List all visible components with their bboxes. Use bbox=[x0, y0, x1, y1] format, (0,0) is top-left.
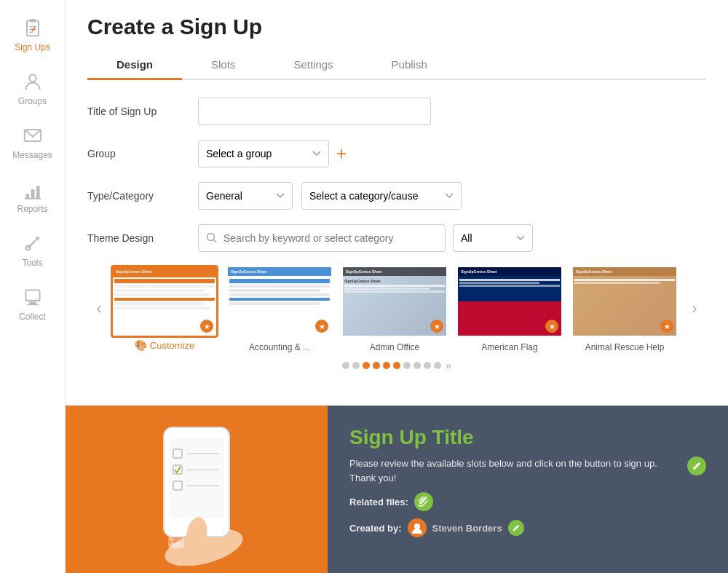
theme-row: Theme Design All bbox=[87, 224, 706, 371]
svg-rect-7 bbox=[25, 194, 29, 198]
carousel-dot-3[interactable] bbox=[363, 362, 370, 369]
sidebar-label-groups: Groups bbox=[18, 96, 47, 106]
theme-item-5[interactable]: SignUpGenius Sheet ★ bbox=[571, 265, 678, 352]
carousel-dots: » bbox=[87, 360, 706, 371]
carousel-dot-9[interactable] bbox=[424, 362, 431, 369]
creator-edit-button[interactable] bbox=[508, 520, 524, 536]
theme-item-4[interactable]: SignUpGenius Sheet ★ bbox=[456, 265, 563, 352]
messages-icon bbox=[21, 124, 44, 147]
creator-avatar bbox=[408, 518, 427, 537]
tab-slots[interactable]: Slots bbox=[182, 51, 264, 80]
theme-name-3: Admin Office bbox=[370, 342, 419, 352]
theme-filter-select[interactable]: All bbox=[453, 224, 533, 252]
customize-link[interactable]: 🎨 Customize bbox=[135, 339, 194, 351]
attach-button[interactable] bbox=[414, 492, 433, 511]
preview-desc: Please review the available slots below … bbox=[349, 457, 706, 485]
carousel-dot-6[interactable] bbox=[393, 362, 400, 369]
tabs-bar: Design Slots Settings Publish bbox=[87, 51, 706, 80]
customize-icon: 🎨 bbox=[135, 339, 147, 351]
group-label: Group bbox=[87, 148, 189, 159]
carousel-dot-8[interactable] bbox=[414, 362, 421, 369]
sidebar-label-tools: Tools bbox=[22, 258, 42, 268]
svg-point-31 bbox=[170, 538, 173, 541]
sidebar-label-signups: Sign Ups bbox=[15, 42, 50, 52]
svg-rect-21 bbox=[169, 438, 224, 518]
preview-illustration bbox=[66, 406, 328, 573]
theme-name-5: Animal Rescue Help bbox=[585, 342, 665, 352]
avatar-icon bbox=[410, 521, 424, 535]
pencil-icon bbox=[692, 461, 702, 471]
title-input[interactable] bbox=[198, 98, 431, 125]
sidebar-item-collect[interactable]: Collect bbox=[0, 277, 65, 331]
svg-rect-13 bbox=[25, 290, 39, 300]
carousel-dot-10[interactable] bbox=[434, 362, 441, 369]
svg-rect-9 bbox=[36, 186, 39, 199]
sidebar-label-collect: Collect bbox=[19, 312, 46, 322]
type-select[interactable]: General bbox=[198, 182, 293, 210]
carousel-dot-4[interactable] bbox=[373, 362, 380, 369]
preview-edit-button[interactable] bbox=[687, 457, 706, 475]
carousel-dot-2[interactable] bbox=[352, 362, 360, 369]
carousel-dot-1[interactable] bbox=[342, 362, 349, 369]
svg-point-5 bbox=[29, 74, 36, 82]
tools-icon bbox=[21, 232, 44, 255]
reports-icon bbox=[21, 178, 44, 201]
theme-item-3[interactable]: SignUpGenius Sheet SignUpGenius Sheet bbox=[341, 265, 448, 352]
svg-rect-0 bbox=[27, 20, 39, 36]
main-content: Create a Sign Up Design Slots Settings P… bbox=[66, 0, 728, 573]
svg-line-18 bbox=[214, 240, 217, 243]
theme-item-2[interactable]: SignUpGenius Sheet bbox=[226, 265, 333, 352]
carousel-dot-5[interactable] bbox=[383, 362, 390, 369]
carousel-next-button[interactable]: › bbox=[683, 297, 706, 320]
sidebar-label-reports: Reports bbox=[17, 204, 47, 214]
search-icon bbox=[206, 232, 218, 244]
collect-icon bbox=[21, 285, 44, 309]
theme-carousel: ‹ SignUpGenius Sheet bbox=[87, 265, 706, 352]
theme-thumb-wrap-5: SignUpGenius Sheet ★ bbox=[571, 265, 678, 338]
group-row: Group Select a group + bbox=[87, 140, 706, 167]
theme-thumb-wrap-2: SignUpGenius Sheet bbox=[226, 265, 333, 338]
add-group-button[interactable]: + bbox=[336, 145, 347, 162]
sidebar: Sign Ups Groups Messages Reports Tools bbox=[0, 0, 66, 573]
created-by: Created by: Steven Borders bbox=[349, 518, 706, 537]
search-box[interactable] bbox=[198, 224, 446, 252]
paperclip-icon bbox=[419, 497, 429, 507]
related-files: Related files: bbox=[349, 492, 706, 511]
tab-publish[interactable]: Publish bbox=[363, 51, 456, 80]
carousel-prev-button[interactable]: ‹ bbox=[87, 297, 111, 320]
theme-thumb-wrap-1: SignUpGenius Sheet bbox=[111, 265, 218, 338]
theme-thumb-wrap-4: SignUpGenius Sheet ★ bbox=[456, 265, 563, 338]
preview-title: Sign Up Title bbox=[349, 426, 706, 449]
sidebar-item-groups[interactable]: Groups bbox=[0, 61, 65, 115]
theme-label: Theme Design bbox=[87, 232, 189, 244]
svg-rect-1 bbox=[30, 19, 36, 23]
theme-search-wrap: All bbox=[198, 224, 533, 252]
theme-name-2: Accounting & ... bbox=[249, 342, 310, 352]
carousel-dots-next[interactable]: » bbox=[446, 360, 451, 371]
clipboard-icon bbox=[21, 16, 44, 39]
sidebar-item-signups[interactable]: Sign Ups bbox=[0, 7, 65, 61]
carousel-dot-7[interactable] bbox=[403, 362, 411, 369]
title-row: Title of Sign Up bbox=[87, 98, 706, 125]
groups-icon bbox=[21, 70, 44, 93]
pencil-icon-2 bbox=[512, 523, 521, 532]
sidebar-item-messages[interactable]: Messages bbox=[0, 115, 65, 169]
phone-svg bbox=[124, 413, 269, 566]
preview-content: Sign Up Title Please review the availabl… bbox=[328, 406, 728, 573]
sidebar-item-reports[interactable]: Reports bbox=[0, 169, 65, 223]
category-select[interactable]: Select a category/cause bbox=[301, 182, 462, 210]
tab-settings[interactable]: Settings bbox=[264, 51, 362, 80]
theme-item-1[interactable]: SignUpGenius Sheet bbox=[111, 265, 218, 352]
tab-design[interactable]: Design bbox=[87, 51, 182, 80]
header: Create a Sign Up Design Slots Settings P… bbox=[66, 0, 728, 80]
group-select[interactable]: Select a group bbox=[198, 140, 329, 167]
theme-name-4: American Flag bbox=[481, 342, 537, 352]
svg-line-11 bbox=[28, 241, 35, 248]
sidebar-item-tools[interactable]: Tools bbox=[0, 223, 65, 277]
preview-section: Sign Up Title Please review the availabl… bbox=[66, 406, 728, 573]
group-select-wrap: Select a group + bbox=[198, 140, 347, 167]
form-area: Title of Sign Up Group Select a group + … bbox=[66, 80, 728, 406]
theme-search-input[interactable] bbox=[223, 232, 438, 244]
svg-rect-8 bbox=[31, 189, 34, 199]
page-title: Create a Sign Up bbox=[87, 15, 706, 39]
